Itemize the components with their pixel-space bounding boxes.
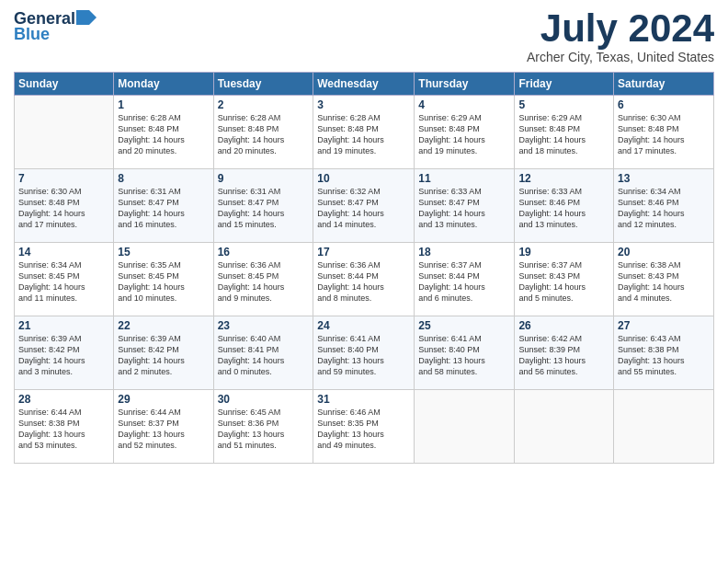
col-header-saturday: Saturday [614, 73, 714, 96]
day-number: 28 [18, 393, 109, 406]
day-info: Sunrise: 6:35 AM Sunset: 8:45 PM Dayligh… [118, 259, 209, 304]
calendar-header-row: SundayMondayTuesdayWednesdayThursdayFrid… [15, 73, 714, 96]
calendar-cell: 16Sunrise: 6:36 AM Sunset: 8:45 PM Dayli… [213, 243, 313, 316]
logo: General Blue [14, 9, 97, 44]
day-number: 18 [418, 246, 510, 259]
calendar-week-1: 1Sunrise: 6:28 AM Sunset: 8:48 PM Daylig… [15, 96, 714, 169]
day-number: 11 [418, 172, 510, 185]
day-info: Sunrise: 6:29 AM Sunset: 8:48 PM Dayligh… [518, 112, 609, 157]
day-number: 13 [618, 172, 710, 185]
day-info: Sunrise: 6:39 AM Sunset: 8:42 PM Dayligh… [118, 333, 209, 378]
day-number: 10 [317, 172, 410, 185]
calendar-cell: 15Sunrise: 6:35 AM Sunset: 8:45 PM Dayli… [114, 243, 213, 316]
day-number: 1 [118, 98, 209, 111]
day-number: 14 [18, 246, 109, 259]
day-number: 3 [317, 98, 410, 111]
day-info: Sunrise: 6:37 AM Sunset: 8:43 PM Dayligh… [518, 259, 609, 304]
day-number: 12 [518, 172, 609, 185]
calendar-cell: 5Sunrise: 6:29 AM Sunset: 8:48 PM Daylig… [515, 96, 614, 169]
svg-marker-0 [76, 10, 97, 25]
day-info: Sunrise: 6:33 AM Sunset: 8:47 PM Dayligh… [418, 186, 510, 231]
calendar-cell: 2Sunrise: 6:28 AM Sunset: 8:48 PM Daylig… [213, 96, 313, 169]
calendar-cell: 13Sunrise: 6:34 AM Sunset: 8:46 PM Dayli… [614, 169, 714, 243]
day-number: 21 [18, 319, 109, 332]
calendar-cell: 18Sunrise: 6:37 AM Sunset: 8:44 PM Dayli… [415, 243, 515, 316]
calendar-cell: 25Sunrise: 6:41 AM Sunset: 8:40 PM Dayli… [415, 316, 515, 390]
day-info: Sunrise: 6:44 AM Sunset: 8:38 PM Dayligh… [18, 407, 109, 452]
day-info: Sunrise: 6:42 AM Sunset: 8:39 PM Dayligh… [518, 333, 609, 378]
col-header-thursday: Thursday [415, 73, 515, 96]
calendar-cell: 21Sunrise: 6:39 AM Sunset: 8:42 PM Dayli… [15, 316, 114, 390]
day-info: Sunrise: 6:41 AM Sunset: 8:40 PM Dayligh… [418, 333, 510, 378]
calendar-cell: 6Sunrise: 6:30 AM Sunset: 8:48 PM Daylig… [614, 96, 714, 169]
calendar-cell: 4Sunrise: 6:29 AM Sunset: 8:48 PM Daylig… [415, 96, 515, 169]
calendar-cell: 30Sunrise: 6:45 AM Sunset: 8:36 PM Dayli… [213, 390, 313, 464]
day-info: Sunrise: 6:31 AM Sunset: 8:47 PM Dayligh… [218, 186, 310, 231]
calendar-cell: 12Sunrise: 6:33 AM Sunset: 8:46 PM Dayli… [515, 169, 614, 243]
day-info: Sunrise: 6:43 AM Sunset: 8:38 PM Dayligh… [618, 333, 710, 378]
calendar-cell: 26Sunrise: 6:42 AM Sunset: 8:39 PM Dayli… [515, 316, 614, 390]
day-number: 8 [118, 172, 209, 185]
location: Archer City, Texas, United States [527, 50, 714, 64]
day-info: Sunrise: 6:38 AM Sunset: 8:43 PM Dayligh… [618, 259, 710, 304]
day-info: Sunrise: 6:46 AM Sunset: 8:35 PM Dayligh… [317, 407, 410, 452]
calendar-cell: 20Sunrise: 6:38 AM Sunset: 8:43 PM Dayli… [614, 243, 714, 316]
calendar-cell: 9Sunrise: 6:31 AM Sunset: 8:47 PM Daylig… [213, 169, 313, 243]
day-number: 7 [18, 172, 109, 185]
calendar-cell [614, 390, 714, 464]
calendar-cell: 28Sunrise: 6:44 AM Sunset: 8:38 PM Dayli… [15, 390, 114, 464]
calendar-cell: 8Sunrise: 6:31 AM Sunset: 8:47 PM Daylig… [114, 169, 213, 243]
calendar-cell [415, 390, 515, 464]
calendar-week-4: 21Sunrise: 6:39 AM Sunset: 8:42 PM Dayli… [15, 316, 714, 390]
day-number: 2 [218, 98, 310, 111]
day-info: Sunrise: 6:29 AM Sunset: 8:48 PM Dayligh… [418, 112, 510, 157]
calendar-cell [15, 96, 114, 169]
calendar-cell: 23Sunrise: 6:40 AM Sunset: 8:41 PM Dayli… [213, 316, 313, 390]
calendar-cell: 31Sunrise: 6:46 AM Sunset: 8:35 PM Dayli… [313, 390, 415, 464]
col-header-tuesday: Tuesday [213, 73, 313, 96]
day-info: Sunrise: 6:32 AM Sunset: 8:47 PM Dayligh… [317, 186, 410, 231]
calendar-cell: 11Sunrise: 6:33 AM Sunset: 8:47 PM Dayli… [415, 169, 515, 243]
col-header-wednesday: Wednesday [313, 73, 415, 96]
col-header-monday: Monday [114, 73, 213, 96]
calendar-cell: 22Sunrise: 6:39 AM Sunset: 8:42 PM Dayli… [114, 316, 213, 390]
header: General Blue July 2024 Archer City, Texa… [14, 9, 714, 64]
day-info: Sunrise: 6:37 AM Sunset: 8:44 PM Dayligh… [418, 259, 510, 304]
logo-blue: Blue [14, 25, 50, 44]
day-info: Sunrise: 6:28 AM Sunset: 8:48 PM Dayligh… [118, 112, 209, 157]
day-number: 30 [218, 393, 310, 406]
calendar-cell: 7Sunrise: 6:30 AM Sunset: 8:48 PM Daylig… [15, 169, 114, 243]
day-number: 9 [218, 172, 310, 185]
calendar-cell: 24Sunrise: 6:41 AM Sunset: 8:40 PM Dayli… [313, 316, 415, 390]
day-number: 24 [317, 319, 410, 332]
page-container: General Blue July 2024 Archer City, Texa… [0, 0, 728, 473]
day-info: Sunrise: 6:45 AM Sunset: 8:36 PM Dayligh… [218, 407, 310, 452]
day-info: Sunrise: 6:36 AM Sunset: 8:45 PM Dayligh… [218, 259, 310, 304]
day-number: 31 [317, 393, 410, 406]
calendar-cell: 1Sunrise: 6:28 AM Sunset: 8:48 PM Daylig… [114, 96, 213, 169]
day-number: 27 [618, 319, 710, 332]
calendar-table: SundayMondayTuesdayWednesdayThursdayFrid… [14, 72, 714, 464]
day-info: Sunrise: 6:34 AM Sunset: 8:46 PM Dayligh… [618, 186, 710, 231]
calendar-cell: 10Sunrise: 6:32 AM Sunset: 8:47 PM Dayli… [313, 169, 415, 243]
day-number: 20 [618, 246, 710, 259]
day-info: Sunrise: 6:30 AM Sunset: 8:48 PM Dayligh… [618, 112, 710, 157]
calendar-cell [515, 390, 614, 464]
calendar-cell: 27Sunrise: 6:43 AM Sunset: 8:38 PM Dayli… [614, 316, 714, 390]
calendar-cell: 14Sunrise: 6:34 AM Sunset: 8:45 PM Dayli… [15, 243, 114, 316]
calendar-cell: 29Sunrise: 6:44 AM Sunset: 8:37 PM Dayli… [114, 390, 213, 464]
day-info: Sunrise: 6:28 AM Sunset: 8:48 PM Dayligh… [317, 112, 410, 157]
day-number: 23 [218, 319, 310, 332]
calendar-cell: 17Sunrise: 6:36 AM Sunset: 8:44 PM Dayli… [313, 243, 415, 316]
col-header-sunday: Sunday [15, 73, 114, 96]
calendar-week-5: 28Sunrise: 6:44 AM Sunset: 8:38 PM Dayli… [15, 390, 714, 464]
calendar-week-2: 7Sunrise: 6:30 AM Sunset: 8:48 PM Daylig… [15, 169, 714, 243]
day-info: Sunrise: 6:34 AM Sunset: 8:45 PM Dayligh… [18, 259, 109, 304]
day-number: 29 [118, 393, 209, 406]
day-number: 25 [418, 319, 510, 332]
day-info: Sunrise: 6:28 AM Sunset: 8:48 PM Dayligh… [218, 112, 310, 157]
day-info: Sunrise: 6:44 AM Sunset: 8:37 PM Dayligh… [118, 407, 209, 452]
day-info: Sunrise: 6:40 AM Sunset: 8:41 PM Dayligh… [218, 333, 310, 378]
day-number: 5 [518, 98, 609, 111]
col-header-friday: Friday [515, 73, 614, 96]
